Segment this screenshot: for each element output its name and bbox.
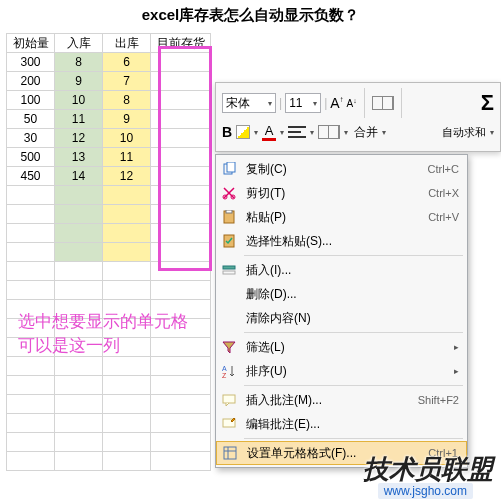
table-row: [7, 433, 211, 452]
table-row: [7, 205, 211, 224]
font-color-button[interactable]: A: [262, 123, 276, 141]
col-header[interactable]: 初始量: [7, 34, 55, 53]
cell[interactable]: 8: [55, 53, 103, 72]
cell[interactable]: [151, 129, 211, 148]
cell[interactable]: 13: [55, 148, 103, 167]
cell[interactable]: 450: [7, 167, 55, 186]
chevron-down-icon[interactable]: ▾: [382, 128, 386, 137]
menu-insert-comment[interactable]: 插入批注(M)...Shift+F2: [216, 388, 467, 412]
watermark-url: www.jsgho.com: [378, 483, 473, 499]
table-row: [7, 224, 211, 243]
annotation-line: 选中想要显示的单元格: [18, 310, 188, 334]
cell[interactable]: 9: [103, 110, 151, 129]
cell[interactable]: 30: [7, 129, 55, 148]
table-row: [7, 262, 211, 281]
cell[interactable]: 10: [103, 129, 151, 148]
cell[interactable]: 11: [55, 110, 103, 129]
cell[interactable]: 9: [55, 72, 103, 91]
svg-rect-1: [227, 162, 235, 172]
table-row: [7, 186, 211, 205]
col-header[interactable]: 入库: [55, 34, 103, 53]
annotation-line: 可以是这一列: [18, 334, 188, 358]
sigma-icon: Σ: [481, 90, 494, 116]
menu-clear[interactable]: 清除内容(N): [216, 306, 467, 330]
menu-filter[interactable]: 筛选(L): [216, 335, 467, 359]
cell[interactable]: 8: [103, 91, 151, 110]
table-row: [7, 243, 211, 262]
menu-separator: [244, 385, 463, 386]
clipboard-icon: [220, 208, 238, 226]
shrink-font-icon[interactable]: A↓: [347, 97, 357, 109]
cell[interactable]: [151, 53, 211, 72]
chevron-down-icon[interactable]: ▾: [490, 128, 494, 137]
col-header[interactable]: 目前存货: [151, 34, 211, 53]
bold-button[interactable]: B: [222, 124, 232, 140]
cell[interactable]: [151, 148, 211, 167]
cell[interactable]: 12: [55, 129, 103, 148]
copy-icon: [220, 160, 238, 178]
chevron-down-icon[interactable]: ▾: [344, 128, 348, 137]
svg-rect-8: [223, 271, 235, 274]
spreadsheet[interactable]: 初始量 入库 出库 目前存货 30086 20097 100108 50119 …: [6, 33, 211, 471]
cell[interactable]: 200: [7, 72, 55, 91]
cell[interactable]: 6: [103, 53, 151, 72]
font-size-selector[interactable]: 11▾: [285, 93, 321, 113]
chevron-down-icon[interactable]: ▾: [254, 128, 258, 137]
autosum-button[interactable]: Σ: [481, 90, 494, 116]
menu-cut[interactable]: 剪切(T)Ctrl+X: [216, 181, 467, 205]
cell[interactable]: 11: [103, 148, 151, 167]
svg-rect-7: [223, 266, 235, 269]
clipboard-check-icon: [220, 232, 238, 250]
chevron-down-icon[interactable]: ▾: [310, 128, 314, 137]
merge-icon[interactable]: [372, 96, 394, 110]
merge-cells-button[interactable]: [318, 125, 340, 139]
cell[interactable]: [151, 167, 211, 186]
menu-delete[interactable]: 删除(D)...: [216, 282, 467, 306]
insert-row-icon: [220, 261, 238, 279]
watermark: 技术员联盟: [363, 452, 493, 487]
table-row: 50119: [7, 110, 211, 129]
cell[interactable]: 12: [103, 167, 151, 186]
table-row: [7, 357, 211, 376]
menu-paste-special[interactable]: 选择性粘贴(S)...: [216, 229, 467, 253]
scissors-icon: [220, 184, 238, 202]
format-cells-icon: [221, 444, 239, 462]
cell[interactable]: 50: [7, 110, 55, 129]
cell[interactable]: 100: [7, 91, 55, 110]
menu-separator: [244, 438, 463, 439]
table-row: 301210: [7, 129, 211, 148]
table-row: [7, 376, 211, 395]
table-row: [7, 414, 211, 433]
comment-icon: [220, 391, 238, 409]
table-row: [7, 395, 211, 414]
svg-rect-11: [223, 395, 235, 403]
menu-sort[interactable]: AZ 排序(U): [216, 359, 467, 383]
grow-font-icon[interactable]: A↑: [330, 95, 343, 111]
context-menu: 复制(C)Ctrl+C 剪切(T)Ctrl+X 粘贴(P)Ctrl+V 选择性粘…: [215, 154, 468, 468]
cell[interactable]: 500: [7, 148, 55, 167]
menu-separator: [244, 255, 463, 256]
cell[interactable]: 7: [103, 72, 151, 91]
cell[interactable]: 14: [55, 167, 103, 186]
chevron-down-icon[interactable]: ▾: [280, 128, 284, 137]
font-name-selector[interactable]: 宋体▾: [222, 93, 276, 113]
menu-insert[interactable]: 插入(I)...: [216, 258, 467, 282]
merge-label: 合并: [354, 124, 378, 141]
autosum-label: 自动求和: [442, 125, 486, 140]
page-title: excel库存表怎么自动显示负数？: [0, 0, 501, 33]
cell[interactable]: 10: [55, 91, 103, 110]
fill-color-button[interactable]: [236, 125, 250, 139]
col-header[interactable]: 出库: [103, 34, 151, 53]
cell[interactable]: 300: [7, 53, 55, 72]
chevron-down-icon: ▾: [313, 99, 317, 108]
menu-copy[interactable]: 复制(C)Ctrl+C: [216, 157, 467, 181]
align-button[interactable]: [288, 125, 306, 139]
cell[interactable]: [151, 72, 211, 91]
cell[interactable]: [151, 91, 211, 110]
cell[interactable]: [151, 110, 211, 129]
chevron-down-icon: ▾: [268, 99, 272, 108]
table-row: 100108: [7, 91, 211, 110]
menu-edit-comment[interactable]: 编辑批注(E)...: [216, 412, 467, 436]
table-row: 4501412: [7, 167, 211, 186]
menu-paste[interactable]: 粘贴(P)Ctrl+V: [216, 205, 467, 229]
